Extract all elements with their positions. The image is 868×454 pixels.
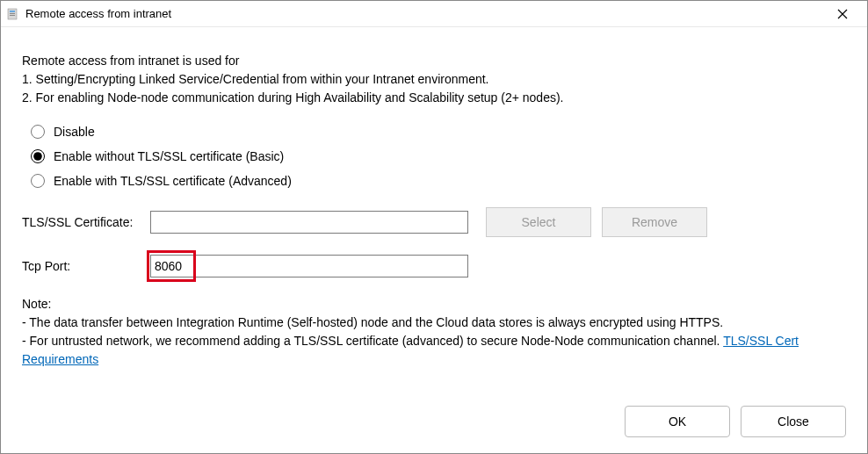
- ok-button[interactable]: OK: [625, 406, 730, 437]
- window-title: Remote access from intranet: [25, 7, 825, 20]
- cert-label: TLS/SSL Certificate:: [22, 215, 150, 229]
- dialog-content: Remote access from intranet is used for …: [1, 27, 867, 390]
- note-line-1: - The data transfer between Integration …: [22, 313, 846, 332]
- intro-text: Remote access from intranet is used for …: [22, 52, 846, 107]
- note-section: Note: - The data transfer between Integr…: [22, 295, 846, 369]
- svg-rect-1: [10, 11, 15, 12]
- radio-basic-label: Enable without TLS/SSL certificate (Basi…: [54, 149, 284, 163]
- app-icon: [6, 7, 20, 21]
- cert-button-row: Select Remove: [486, 207, 707, 237]
- port-row: Tcp Port:: [22, 255, 846, 277]
- note-heading: Note:: [22, 295, 846, 313]
- radio-basic-input[interactable]: [31, 149, 45, 163]
- radio-advanced[interactable]: Enable with TLS/SSL certificate (Advance…: [31, 174, 846, 188]
- note-line-2: - For untrusted network, we recommend ad…: [22, 332, 846, 369]
- radio-advanced-input[interactable]: [31, 174, 45, 188]
- radio-advanced-label: Enable with TLS/SSL certificate (Advance…: [54, 174, 292, 188]
- radio-disable-input[interactable]: [31, 125, 45, 139]
- close-button[interactable]: Close: [741, 406, 846, 437]
- remove-cert-button[interactable]: Remove: [602, 207, 707, 237]
- intro-line-1: 1. Setting/Encrypting Linked Service/Cre…: [22, 70, 846, 89]
- dialog-footer: OK Close: [1, 390, 867, 453]
- intro-line-2: 2. For enabling Node-node communication …: [22, 89, 846, 107]
- tcp-port-input[interactable]: [150, 255, 468, 277]
- radio-disable[interactable]: Disable: [31, 125, 846, 139]
- note-line-2-text: - For untrusted network, we recommend ad…: [22, 334, 723, 348]
- svg-rect-2: [10, 13, 15, 14]
- cert-row: TLS/SSL Certificate: Select Remove: [22, 207, 846, 237]
- radio-basic[interactable]: Enable without TLS/SSL certificate (Basi…: [31, 149, 846, 163]
- radio-disable-label: Disable: [54, 125, 95, 139]
- cert-input[interactable]: [150, 211, 468, 234]
- title-bar: Remote access from intranet: [1, 1, 867, 27]
- select-cert-button[interactable]: Select: [486, 207, 591, 237]
- port-label: Tcp Port:: [22, 259, 150, 273]
- dialog-window: Remote access from intranet Remote acces…: [0, 0, 868, 454]
- close-icon[interactable]: [825, 2, 860, 26]
- svg-rect-3: [10, 15, 15, 16]
- port-wrapper: [150, 255, 468, 277]
- remote-access-options: Disable Enable without TLS/SSL certifica…: [22, 125, 846, 188]
- intro-line-0: Remote access from intranet is used for: [22, 52, 846, 70]
